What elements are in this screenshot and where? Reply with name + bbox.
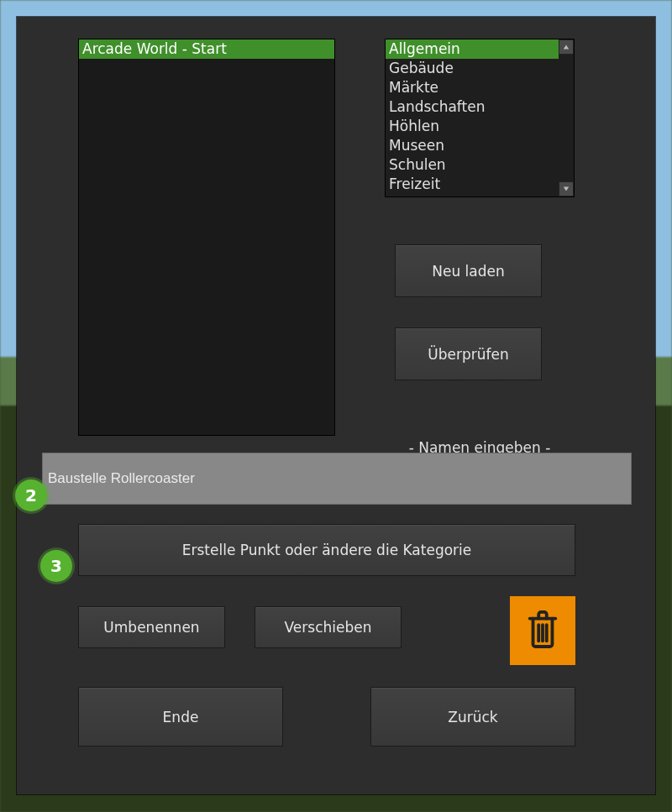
- step-badge-3: 3: [40, 550, 72, 582]
- rename-button[interactable]: Umbenennen: [78, 606, 225, 648]
- category-item[interactable]: Landschaften: [386, 97, 574, 117]
- points-listbox[interactable]: Arcade World - Start: [78, 39, 335, 436]
- name-input[interactable]: [42, 453, 632, 505]
- name-input-container: [42, 453, 632, 505]
- category-item[interactable]: Höhlen: [386, 117, 574, 136]
- dialog-panel: Arcade World - Start AllgemeinGebäudeMär…: [17, 17, 655, 794]
- reload-button[interactable]: Neu laden: [395, 244, 542, 297]
- create-point-button[interactable]: Erstelle Punkt oder ändere die Kategorie: [78, 524, 575, 576]
- category-item[interactable]: Märkte: [386, 78, 574, 97]
- step-badge-2: 2: [15, 479, 47, 511]
- category-item[interactable]: Allgemein: [386, 39, 574, 59]
- listbox-header: Arcade World - Start: [79, 39, 334, 59]
- category-item[interactable]: Schulen: [386, 155, 574, 175]
- delete-button[interactable]: [510, 596, 575, 665]
- end-button[interactable]: Ende: [78, 687, 283, 747]
- scroll-up-button[interactable]: [559, 39, 574, 55]
- move-button[interactable]: Verschieben: [255, 606, 402, 648]
- category-item[interactable]: Freizeit: [386, 175, 574, 194]
- trash-icon: [525, 609, 560, 652]
- scrollbar[interactable]: [559, 39, 574, 196]
- category-listbox[interactable]: AllgemeinGebäudeMärkteLandschaftenHöhlen…: [385, 39, 575, 197]
- scroll-down-button[interactable]: [559, 181, 574, 196]
- category-item[interactable]: Gebäude: [386, 59, 574, 78]
- category-item[interactable]: Museen: [386, 136, 574, 155]
- check-button[interactable]: Überprüfen: [395, 327, 542, 380]
- back-button[interactable]: Zurück: [370, 687, 575, 747]
